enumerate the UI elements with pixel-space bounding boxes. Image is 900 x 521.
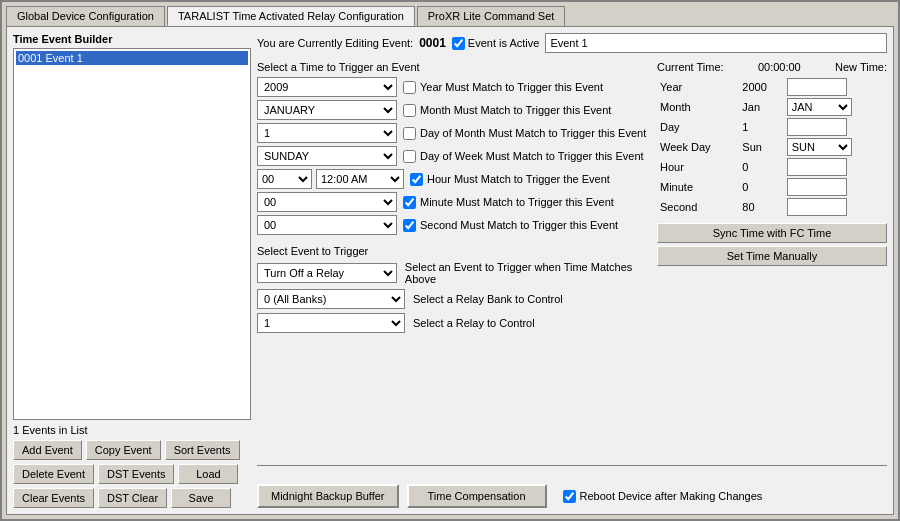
year-row: Year 2000 bbox=[657, 77, 887, 97]
day-row: Day 1 bbox=[657, 117, 887, 137]
reboot-checkbox[interactable] bbox=[563, 490, 576, 503]
time-event-builder-header: Time Event Builder bbox=[13, 33, 251, 45]
month-match-label: Month Must Match to Trigger this Event bbox=[420, 104, 611, 116]
reboot-row: Reboot Device after Making Changes bbox=[563, 490, 763, 503]
year-current: 2000 bbox=[739, 77, 783, 97]
year-select[interactable]: 2009 bbox=[257, 77, 397, 97]
hour-field-label: Hour bbox=[657, 157, 739, 177]
hour-current: 0 bbox=[739, 157, 783, 177]
event-list-item[interactable]: 0001 Event 1 bbox=[16, 51, 248, 65]
time-compensation-button[interactable]: Time Compensation bbox=[407, 484, 547, 508]
tab-taralist[interactable]: TARALIST Time Activated Relay Configurat… bbox=[167, 6, 415, 26]
clear-events-button[interactable]: Clear Events bbox=[13, 488, 94, 508]
minute-current: 0 bbox=[739, 177, 783, 197]
event-list: 0001 Event 1 bbox=[13, 48, 251, 420]
tab-bar: Global Device Configuration TARALIST Tim… bbox=[2, 2, 898, 26]
month-field-label: Month bbox=[657, 97, 739, 117]
second-current: 80 bbox=[739, 197, 783, 217]
set-time-button[interactable]: Set Time Manually bbox=[657, 246, 887, 266]
weekday-current: Sun bbox=[739, 137, 783, 157]
load-button[interactable]: Load bbox=[178, 464, 238, 484]
weekday-field-label: Week Day bbox=[657, 137, 739, 157]
hour-new-input[interactable] bbox=[787, 158, 847, 176]
minute-row: Minute 0 bbox=[657, 177, 887, 197]
midnight-backup-button[interactable]: Midnight Backup Buffer bbox=[257, 484, 399, 508]
bank-select[interactable]: 0 (All Banks) bbox=[257, 289, 405, 309]
minute-new-input[interactable] bbox=[787, 178, 847, 196]
event-type-select[interactable]: Turn Off a Relay bbox=[257, 263, 397, 283]
day-field-label: Day bbox=[657, 117, 739, 137]
day-select[interactable]: 1 bbox=[257, 123, 397, 143]
minute-match-label: Minute Must Match to Trigger this Event bbox=[420, 196, 614, 208]
editing-label: You are Currently Editing Event: bbox=[257, 37, 413, 49]
second-match-checkbox[interactable] bbox=[403, 219, 416, 232]
month-row: Month Jan JAN bbox=[657, 97, 887, 117]
weekday-select[interactable]: SUNDAY bbox=[257, 146, 397, 166]
day-current: 1 bbox=[739, 117, 783, 137]
second-new-input[interactable] bbox=[787, 198, 847, 216]
event-active-label: Event is Active bbox=[452, 37, 540, 50]
tab-global[interactable]: Global Device Configuration bbox=[6, 6, 165, 26]
weekday-new-select[interactable]: SUN bbox=[787, 138, 852, 156]
hour-match-checkbox[interactable] bbox=[410, 173, 423, 186]
day-new-input[interactable] bbox=[787, 118, 847, 136]
event-active-checkbox[interactable] bbox=[452, 37, 465, 50]
events-count: 1 Events in List bbox=[13, 424, 251, 436]
year-match-checkbox[interactable] bbox=[403, 81, 416, 94]
sync-time-button[interactable]: Sync Time with FC Time bbox=[657, 223, 887, 243]
time-table: Year 2000 Month Jan JAN bbox=[657, 77, 887, 217]
event-trigger-title: Select Event to Trigger bbox=[257, 245, 651, 257]
month-select[interactable]: JANUARY bbox=[257, 100, 397, 120]
editing-header: You are Currently Editing Event: 0001 Ev… bbox=[257, 33, 887, 53]
current-time-value: 00:00:00 bbox=[758, 61, 801, 73]
second-row: Second 80 bbox=[657, 197, 887, 217]
minute-field-label: Minute bbox=[657, 177, 739, 197]
day-month-match-label: Day of Month Must Match to Trigger this … bbox=[420, 127, 646, 139]
year-field-label: Year bbox=[657, 77, 739, 97]
weekday-row: Week Day Sun SUN bbox=[657, 137, 887, 157]
hour-match-label: Hour Must Match to Trigger the Event bbox=[427, 173, 610, 185]
event-active-text: Event is Active bbox=[468, 37, 540, 49]
weekday-match-checkbox[interactable] bbox=[403, 150, 416, 163]
year-new-input[interactable] bbox=[787, 78, 847, 96]
add-event-button[interactable]: Add Event bbox=[13, 440, 82, 460]
bank-label: Select a Relay Bank to Control bbox=[413, 293, 563, 305]
year-match-label: Year Must Match to Trigger this Event bbox=[420, 81, 603, 93]
day-month-match-checkbox[interactable] bbox=[403, 127, 416, 140]
ampm-select[interactable]: 12:00 AM bbox=[316, 169, 404, 189]
hour-select[interactable]: 00 bbox=[257, 169, 312, 189]
second-select[interactable]: 00 bbox=[257, 215, 397, 235]
event-name-input[interactable] bbox=[545, 33, 887, 53]
delete-event-button[interactable]: Delete Event bbox=[13, 464, 94, 484]
new-time-label: New Time: bbox=[835, 61, 887, 73]
month-match-checkbox[interactable] bbox=[403, 104, 416, 117]
relay-select[interactable]: 1 bbox=[257, 313, 405, 333]
event-number: 0001 bbox=[419, 36, 446, 50]
time-trigger-title: Select a Time to Trigger an Event bbox=[257, 61, 651, 73]
dst-events-button[interactable]: DST Events bbox=[98, 464, 175, 484]
dst-clear-button[interactable]: DST Clear bbox=[98, 488, 167, 508]
save-button[interactable]: Save bbox=[171, 488, 231, 508]
event-trigger-label: Select an Event to Trigger when Time Mat… bbox=[405, 261, 651, 285]
minute-select[interactable]: 00 bbox=[257, 192, 397, 212]
sort-events-button[interactable]: Sort Events bbox=[165, 440, 240, 460]
month-current: Jan bbox=[739, 97, 783, 117]
copy-event-button[interactable]: Copy Event bbox=[86, 440, 161, 460]
relay-label: Select a Relay to Control bbox=[413, 317, 535, 329]
weekday-match-label: Day of Week Must Match to Trigger this E… bbox=[420, 150, 644, 162]
second-match-label: Second Must Match to Trigger this Event bbox=[420, 219, 618, 231]
month-new-select[interactable]: JAN bbox=[787, 98, 852, 116]
minute-match-checkbox[interactable] bbox=[403, 196, 416, 209]
current-time-label: Current Time: bbox=[657, 61, 724, 73]
tab-proxr[interactable]: ProXR Lite Command Set bbox=[417, 6, 566, 26]
reboot-label: Reboot Device after Making Changes bbox=[580, 490, 763, 502]
hour-row: Hour 0 bbox=[657, 157, 887, 177]
second-field-label: Second bbox=[657, 197, 739, 217]
